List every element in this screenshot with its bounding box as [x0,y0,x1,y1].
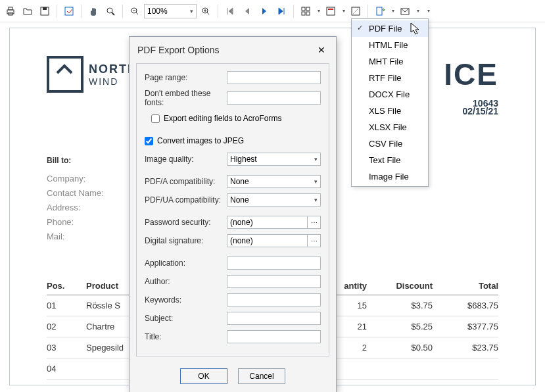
export-menu-item[interactable]: DOCX File [352,86,428,103]
svg-rect-5 [65,7,73,15]
pagecolor-dropdown[interactable]: ▾ [341,8,346,14]
zoom-out-icon[interactable] [127,3,143,19]
svg-rect-1 [9,7,12,10]
pdfua-select[interactable]: None▾ [227,193,321,207]
image-quality-select[interactable]: Highest▾ [227,153,321,166]
save-icon[interactable] [37,3,53,19]
svg-line-10 [136,12,138,14]
export-format-menu: PDF FileHTML FileMHT FileRTF FileDOCX Fi… [351,18,429,187]
logo-mark [47,56,83,93]
convert-jpeg-checkbox[interactable]: Convert images to JPEG [145,136,244,145]
email-icon[interactable] [397,3,413,19]
multipage-dropdown[interactable]: ▾ [316,8,321,14]
export-menu-item[interactable]: Text File [352,152,428,168]
author-input[interactable] [227,275,321,288]
toolbar: 100%▾ ▾ ▾ ▾ ▾ ▾ [0,0,545,22]
export-menu-item[interactable]: XLSX File [352,119,428,135]
application-input[interactable] [227,257,321,270]
zoom-select[interactable]: 100%▾ [144,4,197,18]
svg-rect-16 [306,7,310,11]
svg-rect-18 [306,12,310,15]
keywords-input[interactable] [227,293,321,306]
email-dropdown[interactable]: ▾ [415,8,421,14]
next-page-icon[interactable] [256,3,272,19]
pdf-export-dialog: PDF Export Options ✕ Page range: Don't e… [129,36,337,392]
export-menu-item[interactable]: XLS File [352,103,428,119]
hand-icon[interactable] [85,3,101,19]
subject-input[interactable] [227,312,321,325]
export-menu-item[interactable]: HTML File [352,37,428,53]
zoom-in-icon[interactable] [198,3,214,19]
password-value: (none) [227,216,308,229]
export-icon[interactable] [372,3,388,19]
pagecolor-icon[interactable] [323,3,339,19]
open-icon[interactable] [20,3,36,19]
export-dropdown[interactable]: ▾ [391,8,396,14]
export-menu-item[interactable]: Image File [352,168,428,185]
export-menu-item[interactable]: PDF File [352,20,428,37]
first-page-icon[interactable] [222,3,238,19]
export-fields-checkbox[interactable]: Export editing fields to AcroForms [151,114,281,123]
pdfa-select[interactable]: None▾ [227,175,321,188]
toolbar-overflow[interactable]: ▾ [426,8,431,14]
svg-rect-4 [43,7,47,10]
svg-rect-17 [302,12,305,15]
svg-line-7 [112,12,114,15]
page-range-input[interactable] [227,71,321,84]
svg-rect-19 [327,7,335,15]
last-page-icon[interactable] [273,3,289,19]
svg-point-6 [107,8,112,13]
cancel-button[interactable]: Cancel [238,368,285,384]
export-menu-item[interactable]: MHT File [352,53,428,70]
svg-rect-23 [377,7,382,15]
signature-value: (none) [227,234,308,247]
signature-ellipsis-button[interactable]: ⋯ [308,234,321,247]
svg-rect-15 [302,7,305,11]
ok-button[interactable]: OK [180,368,227,384]
watermark-icon[interactable] [348,3,364,19]
dont-embed-fonts-input[interactable] [227,91,321,105]
svg-line-22 [353,9,358,14]
print-icon[interactable] [3,3,18,19]
svg-rect-20 [328,9,333,10]
title-input[interactable] [227,330,321,343]
dialog-title: PDF Export Options [137,45,220,55]
export-menu-item[interactable]: CSV File [352,135,428,152]
svg-line-14 [207,12,209,14]
export-menu-item[interactable]: RTF File [352,70,428,86]
multipage-icon[interactable] [298,3,314,19]
invoice-title: ICE [444,57,498,92]
password-ellipsis-button[interactable]: ⋯ [308,216,321,229]
magnifier-icon[interactable] [103,3,118,19]
dialog-close-icon[interactable]: ✕ [315,43,328,57]
parameters-icon[interactable] [61,3,77,19]
prev-page-icon[interactable] [239,3,255,19]
